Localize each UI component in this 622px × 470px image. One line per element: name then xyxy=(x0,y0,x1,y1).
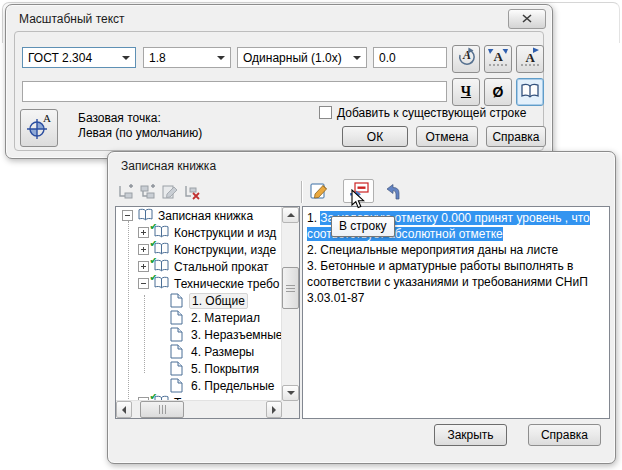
text-input[interactable] xyxy=(22,81,447,102)
add-section-icon[interactable] xyxy=(138,182,158,202)
check-icon: ✓ xyxy=(149,258,159,267)
scale-dialog-titlebar[interactable]: Масштабный текст xyxy=(6,5,552,31)
close-icon xyxy=(522,12,532,26)
notebook-button[interactable] xyxy=(516,78,544,106)
append-checkbox-label: Добавить к существующей строке xyxy=(337,106,526,120)
collapse-icon[interactable] xyxy=(122,210,133,221)
underline-button[interactable]: Ч xyxy=(452,78,480,106)
tree-item-page[interactable]: 4. Размеры xyxy=(116,343,282,360)
page-icon xyxy=(170,361,187,376)
narrow-text-button[interactable]: A xyxy=(484,45,512,73)
chevron-down-icon xyxy=(122,56,130,60)
tree-item-page[interactable]: 5. Покрытия xyxy=(116,360,282,377)
tree-item-page[interactable]: 2. Материал xyxy=(116,309,282,326)
notebook-icon xyxy=(520,83,540,102)
add-record-icon[interactable] xyxy=(116,182,136,202)
ok-label: ОК xyxy=(367,130,383,144)
text-height-combo[interactable]: 1.8 xyxy=(143,47,231,68)
notebook-dialog-titlebar[interactable]: Записная книжка xyxy=(108,152,615,178)
section-book-icon: ✓ xyxy=(153,276,170,291)
page-icon xyxy=(170,310,187,325)
widen-text-button[interactable]: A xyxy=(516,45,544,73)
delete-record-icon[interactable] xyxy=(182,182,202,202)
tree-item-label: Записная книжка xyxy=(158,209,253,223)
tree-vertical-scrollbar[interactable] xyxy=(281,207,299,401)
tree-item-label: 3. Неразъемные xyxy=(191,328,282,342)
notebook-book-icon xyxy=(137,208,154,223)
tree-item-section[interactable]: ✓ Стальной прокат xyxy=(116,258,282,275)
tree-horizontal-scrollbar[interactable] xyxy=(116,400,282,418)
tree-item-label: Конструкции, изде xyxy=(174,243,276,257)
scroll-right-button[interactable] xyxy=(266,401,282,418)
expand-icon[interactable] xyxy=(138,261,149,272)
chevron-down-icon xyxy=(353,56,361,60)
scroll-down-button[interactable] xyxy=(282,385,299,401)
tree-item-page[interactable]: 1. Общие xyxy=(116,292,282,309)
vertical-scroll-thumb[interactable] xyxy=(282,267,299,309)
arrow-right-icon xyxy=(272,406,276,414)
help-label: Справка xyxy=(492,130,539,144)
section-book-icon: ✓ xyxy=(153,242,170,257)
mouse-cursor xyxy=(351,189,367,214)
append-checkbox[interactable] xyxy=(319,106,332,119)
close-dialog-label: Закрыть xyxy=(447,428,493,442)
editor-line-3: 3. Бетонные и арматурные работы выполнят… xyxy=(307,258,605,306)
close-dialog-button[interactable]: Закрыть xyxy=(434,424,507,446)
rotate-text-button[interactable]: A xyxy=(452,45,480,73)
notebook-tree[interactable]: Записная книжка ✓ Конструкции и изд ✓ Ко… xyxy=(115,206,300,419)
tooltip: В строку xyxy=(331,216,395,237)
notebook-help-label: Справка xyxy=(541,428,588,442)
diameter-button[interactable]: Ø xyxy=(484,78,512,106)
tree-item-label: 4. Размеры xyxy=(191,345,254,359)
text-height-value: 1.8 xyxy=(149,51,166,65)
arrow-left-icon xyxy=(122,406,126,414)
expand-icon[interactable] xyxy=(138,227,149,238)
scrollbar-corner xyxy=(282,401,299,418)
notebook-editor[interactable]: 1. За условную отметку 0.000 принят уров… xyxy=(302,206,610,419)
editor-line-2: 2. Специальные мероприятия даны на листе xyxy=(307,242,605,258)
font-standard-combo[interactable]: ГОСТ 2.304 xyxy=(22,47,136,68)
arrow-down-icon xyxy=(287,391,295,395)
tree-item-page[interactable]: 3. Неразъемные xyxy=(116,326,282,343)
expand-icon[interactable] xyxy=(138,244,149,255)
tree-item-section[interactable]: ✓ Конструкции, изде xyxy=(116,241,282,258)
diameter-label: Ø xyxy=(493,84,504,100)
close-button[interactable] xyxy=(508,9,546,29)
horizontal-scroll-thumb[interactable] xyxy=(140,401,184,418)
line-spacing-combo[interactable]: Одинарный (1.0x) xyxy=(237,47,367,68)
editor-line-1-prefix: 1. xyxy=(307,211,320,225)
collapse-icon[interactable] xyxy=(138,278,149,289)
notebook-dialog-title: Записная книжка xyxy=(121,159,216,173)
check-icon: ✓ xyxy=(149,224,159,233)
line-spacing-value: Одинарный (1.0x) xyxy=(243,51,342,65)
ok-button[interactable]: ОК xyxy=(342,126,408,147)
base-point-caption: Базовая точка: xyxy=(78,111,161,125)
edit-record-disabled-icon[interactable] xyxy=(160,182,180,202)
cancel-button[interactable]: Отмена xyxy=(416,126,478,147)
tree-item-page[interactable]: 6. Предельные xyxy=(116,377,282,394)
svg-text:A: A xyxy=(43,112,51,124)
tree-item-section[interactable]: ✓ Технические требо xyxy=(116,275,282,292)
tree-item-root[interactable]: Записная книжка xyxy=(116,207,282,224)
rotate-text-icon: A xyxy=(455,47,477,72)
tree-item-label: 5. Покрытия xyxy=(191,362,259,376)
font-standard-value: ГОСТ 2.304 xyxy=(28,51,92,65)
help-button[interactable]: Справка xyxy=(486,126,546,147)
angle-field[interactable] xyxy=(373,47,447,68)
tree-item-label: Стальной прокат xyxy=(174,260,269,274)
page-icon xyxy=(170,327,187,342)
tree-item-label: 1. Общие xyxy=(189,293,248,309)
base-point-value: Левая (по умолчанию) xyxy=(78,126,202,140)
scroll-left-button[interactable] xyxy=(116,401,132,418)
widen-text-icon: A xyxy=(519,47,541,72)
tree-item-label: Технические требо xyxy=(174,277,280,291)
check-icon: ✓ xyxy=(149,275,159,284)
notebook-help-button[interactable]: Справка xyxy=(528,424,601,446)
page-icon xyxy=(170,344,187,359)
base-point-button[interactable]: A xyxy=(20,109,58,147)
tree-item-label: Конструкции и изд xyxy=(174,226,276,240)
undo-icon[interactable] xyxy=(385,182,405,202)
tree-item-section[interactable]: ✓ Конструкции и изд xyxy=(116,224,282,241)
scroll-up-button[interactable] xyxy=(282,207,299,223)
edit-text-icon[interactable] xyxy=(309,181,329,201)
